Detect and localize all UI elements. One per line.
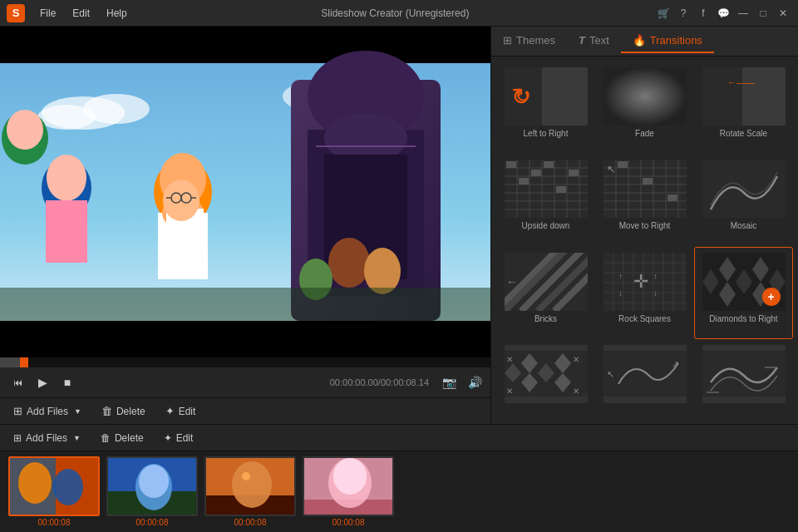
- svg-text:✕: ✕: [573, 355, 579, 364]
- maximize-button[interactable]: □: [755, 5, 771, 22]
- film-item-3[interactable]: 00:00:08: [204, 456, 296, 527]
- close-button[interactable]: ✕: [775, 5, 791, 22]
- transition-diamonds-to-right[interactable]: + Diamonds to Right: [694, 247, 793, 339]
- timeline-thumb[interactable]: [20, 357, 28, 367]
- transition-upside-down[interactable]: Upside down: [496, 154, 595, 246]
- window-controls: 🛒 ? f 💬 — □ ✕: [655, 5, 791, 22]
- transition-move-to-right[interactable]: ↖ Move to Right: [595, 154, 694, 246]
- transition-thumb-row4c: [702, 345, 786, 403]
- title-text: Slideshow Creator (Unregistered): [135, 7, 655, 19]
- transition-thumb-left-to-right: ↻: [505, 67, 588, 126]
- film-thumb-1: [8, 456, 100, 516]
- film-item-1[interactable]: 00:00:08: [8, 456, 100, 527]
- transitions-grid: ↻ Left to Right: [491, 57, 798, 424]
- main-layout: ⏮ ▶ ■ 00:00:00.00/00:00:08.14 📷 🔊 ⊞ Add …: [0, 27, 798, 424]
- transition-row4c[interactable]: [694, 339, 793, 419]
- film-thumb-3: [204, 456, 296, 516]
- transition-thumb-diamonds-to-right: +: [702, 253, 786, 311]
- add-transition-badge[interactable]: +: [762, 288, 781, 306]
- add-files-button[interactable]: ⊞ Add Files ▼: [8, 402, 86, 420]
- svg-rect-24: [0, 288, 490, 321]
- play-prev-button[interactable]: ⏮: [8, 373, 27, 392]
- edit-button[interactable]: ✦ Edit: [160, 402, 201, 420]
- transition-rotate-scale[interactable]: ←—— Rotate Scale: [694, 62, 793, 154]
- svg-point-126: [139, 465, 169, 498]
- svg-rect-113: [603, 351, 687, 397]
- facebook-icon[interactable]: f: [695, 5, 712, 22]
- svg-rect-20: [46, 200, 87, 263]
- delete-icon: 🗑: [101, 405, 112, 417]
- transition-mosaic[interactable]: Mosaic: [694, 154, 793, 246]
- svg-point-134: [333, 458, 367, 495]
- svg-rect-79: [667, 195, 677, 201]
- film-item-2[interactable]: 00:00:08: [106, 456, 198, 527]
- minimize-button[interactable]: —: [735, 5, 751, 22]
- transition-label-mosaic: Mosaic: [731, 221, 757, 230]
- svg-point-130: [242, 472, 250, 480]
- help-icon[interactable]: ?: [675, 5, 692, 22]
- svg-text:↓: ↓: [653, 288, 658, 298]
- timeline-progress: [0, 357, 20, 367]
- svg-point-129: [232, 461, 272, 508]
- transition-thumb-move-to-right: ↖: [603, 160, 687, 218]
- volume-icon[interactable]: 🔊: [468, 376, 482, 389]
- filmstrip-scroll[interactable]: 00:00:08 00:00:08: [0, 451, 798, 532]
- cart-icon[interactable]: 🛒: [655, 5, 672, 22]
- playback-controls: ⏮ ▶ ■ 00:00:00.00/00:00:08.14 📷 🔊: [0, 367, 490, 397]
- transition-row4a[interactable]: ✕ ✕ ✕ ✕: [496, 339, 595, 419]
- film-thumb-2: [106, 456, 198, 516]
- menu-edit[interactable]: Edit: [64, 4, 98, 22]
- transition-label-diamonds-to-right: Diamonds to Right: [709, 314, 777, 323]
- film-item-4[interactable]: 00:00:08: [303, 456, 394, 527]
- transition-rock-squares[interactable]: ✛ ↑ ↑ ↓ ↓ Rock Squares: [595, 247, 694, 339]
- film-duration-4: 00:00:08: [303, 518, 394, 527]
- svg-point-21: [328, 238, 370, 288]
- film-duration-2: 00:00:08: [106, 518, 198, 527]
- delete-filmstrip-button[interactable]: 🗑 Delete: [96, 430, 149, 446]
- svg-rect-62: [569, 170, 579, 176]
- svg-point-36: [7, 110, 43, 150]
- panel-tabs: ⊞ Themes T Text 🔥 Transitions: [491, 27, 798, 57]
- svg-text:←——: ←——: [727, 77, 755, 87]
- transition-bricks[interactable]: ← Bricks: [496, 247, 595, 339]
- screenshot-icon[interactable]: 📷: [442, 376, 456, 389]
- edit-toolbar: ⊞ Add Files ▼ 🗑 Delete ✦ Edit: [0, 397, 490, 424]
- transition-fade[interactable]: Fade: [595, 62, 694, 154]
- chat-icon[interactable]: 💬: [715, 5, 732, 22]
- svg-text:↑: ↑: [653, 272, 658, 281]
- transition-left-to-right[interactable]: ↻ Left to Right: [496, 62, 595, 154]
- svg-point-3: [37, 105, 96, 130]
- menu-help[interactable]: Help: [98, 4, 135, 22]
- transition-label-bricks: Bricks: [534, 314, 557, 323]
- play-button[interactable]: ▶: [33, 373, 52, 392]
- dropdown-arrow: ▼: [74, 407, 81, 416]
- svg-rect-61: [544, 161, 554, 168]
- tab-text[interactable]: T Text: [567, 29, 621, 53]
- add-files-filmstrip-button[interactable]: ⊞ Add Files ▼: [8, 430, 86, 446]
- timeline-bar[interactable]: [0, 357, 490, 367]
- edit-filmstrip-icon: ✦: [164, 432, 172, 444]
- right-panel: ⊞ Themes T Text 🔥 Transitions ↻: [490, 27, 798, 424]
- svg-text:↖: ↖: [607, 369, 614, 379]
- film-thumb-4: [303, 456, 394, 516]
- stop-button[interactable]: ■: [58, 373, 76, 392]
- titlebar: S File Edit Help Slideshow Creator (Unre…: [0, 0, 798, 27]
- transition-thumb-fade: [603, 67, 687, 126]
- delete-button[interactable]: 🗑 Delete: [96, 402, 150, 420]
- add-files-icon: ⊞: [13, 432, 22, 444]
- themes-tab-icon: ⊞: [503, 34, 512, 47]
- tab-transitions[interactable]: 🔥 Transitions: [621, 29, 714, 53]
- tab-themes[interactable]: ⊞ Themes: [491, 29, 567, 53]
- menu-file[interactable]: File: [32, 4, 64, 22]
- transition-thumb-rock-squares: ✛ ↑ ↑ ↓ ↓: [603, 253, 687, 311]
- filmstrip-toolbar: ⊞ Add Files ▼ 🗑 Delete ✦ Edit: [0, 425, 798, 451]
- video-container[interactable]: [0, 27, 490, 357]
- transition-row4b[interactable]: ↖ ↗: [595, 339, 694, 419]
- edit-filmstrip-button[interactable]: ✦ Edit: [159, 430, 199, 446]
- svg-rect-58: [531, 170, 541, 176]
- svg-point-22: [364, 248, 401, 294]
- filmstrip: ⊞ Add Files ▼ 🗑 Delete ✦ Edit 00:00:08: [0, 424, 798, 532]
- svg-text:←: ←: [506, 275, 518, 288]
- add-icon: ⊞: [13, 405, 22, 417]
- film-duration-3: 00:00:08: [204, 518, 296, 527]
